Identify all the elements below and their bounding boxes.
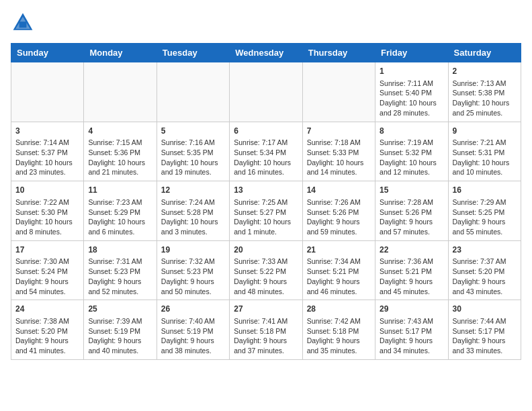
day-info: Sunrise: 7:39 AMSunset: 5:19 PMDaylight:…: [88, 316, 152, 356]
day-number: 16: [453, 185, 517, 196]
calendar-cell: 24Sunrise: 7:38 AMSunset: 5:20 PMDayligh…: [11, 300, 84, 360]
day-info: Sunrise: 7:30 AMSunset: 5:24 PMDaylight:…: [15, 257, 79, 296]
weekday-header-sunday: Sunday: [11, 44, 84, 62]
day-number: 4: [88, 126, 152, 137]
calendar-week-1: 1Sunrise: 7:11 AMSunset: 5:40 PMDaylight…: [11, 62, 521, 122]
weekday-header-thursday: Thursday: [302, 44, 375, 62]
day-number: 5: [161, 126, 225, 137]
calendar-cell: 11Sunrise: 7:23 AMSunset: 5:29 PMDayligh…: [84, 181, 157, 241]
day-info: Sunrise: 7:23 AMSunset: 5:29 PMDaylight:…: [88, 197, 152, 237]
calendar-cell: [302, 62, 375, 122]
day-number: 10: [15, 185, 79, 196]
day-number: 22: [380, 244, 443, 256]
calendar-cell: 2Sunrise: 7:13 AMSunset: 5:38 PMDaylight…: [448, 62, 521, 122]
day-info: Sunrise: 7:38 AMSunset: 5:20 PMDaylight:…: [15, 316, 79, 356]
calendar-cell: 12Sunrise: 7:24 AMSunset: 5:28 PMDayligh…: [157, 181, 229, 241]
calendar-cell: 26Sunrise: 7:40 AMSunset: 5:19 PMDayligh…: [157, 300, 229, 360]
day-number: 6: [234, 126, 298, 137]
day-info: Sunrise: 7:22 AMSunset: 5:30 PMDaylight:…: [15, 197, 79, 237]
day-number: 21: [307, 244, 371, 256]
day-info: Sunrise: 7:33 AMSunset: 5:22 PMDaylight:…: [234, 257, 298, 296]
day-info: Sunrise: 7:40 AMSunset: 5:19 PMDaylight:…: [161, 316, 225, 356]
calendar-table: SundayMondayTuesdayWednesdayThursdayFrid…: [11, 43, 521, 360]
logo-icon: [11, 11, 35, 35]
day-info: Sunrise: 7:18 AMSunset: 5:33 PMDaylight:…: [307, 138, 371, 177]
day-number: 20: [234, 244, 298, 256]
day-info: Sunrise: 7:16 AMSunset: 5:35 PMDaylight:…: [161, 138, 225, 177]
day-info: Sunrise: 7:15 AMSunset: 5:36 PMDaylight:…: [88, 138, 152, 177]
calendar-cell: 22Sunrise: 7:36 AMSunset: 5:21 PMDayligh…: [375, 240, 448, 300]
calendar-cell: 30Sunrise: 7:44 AMSunset: 5:17 PMDayligh…: [448, 300, 521, 360]
day-number: 13: [234, 185, 298, 196]
calendar-cell: [157, 62, 229, 122]
calendar-cell: 3Sunrise: 7:14 AMSunset: 5:37 PMDaylight…: [11, 122, 84, 181]
calendar-cell: 21Sunrise: 7:34 AMSunset: 5:21 PMDayligh…: [302, 240, 375, 300]
calendar-cell: 15Sunrise: 7:28 AMSunset: 5:26 PMDayligh…: [375, 181, 448, 241]
day-info: Sunrise: 7:37 AMSunset: 5:20 PMDaylight:…: [453, 257, 517, 296]
calendar-cell: 20Sunrise: 7:33 AMSunset: 5:22 PMDayligh…: [230, 240, 302, 300]
weekday-header-wednesday: Wednesday: [230, 44, 302, 62]
day-info: Sunrise: 7:36 AMSunset: 5:21 PMDaylight:…: [380, 257, 443, 296]
calendar-cell: 17Sunrise: 7:30 AMSunset: 5:24 PMDayligh…: [11, 240, 84, 300]
weekday-header-saturday: Saturday: [448, 44, 521, 62]
calendar-week-5: 24Sunrise: 7:38 AMSunset: 5:20 PMDayligh…: [11, 300, 521, 360]
day-number: 25: [88, 304, 152, 315]
day-info: Sunrise: 7:34 AMSunset: 5:21 PMDaylight:…: [307, 257, 371, 296]
day-number: 17: [15, 244, 79, 256]
day-info: Sunrise: 7:24 AMSunset: 5:28 PMDaylight:…: [161, 197, 225, 237]
calendar-cell: 4Sunrise: 7:15 AMSunset: 5:36 PMDaylight…: [84, 122, 157, 181]
calendar-cell: 19Sunrise: 7:32 AMSunset: 5:23 PMDayligh…: [157, 240, 229, 300]
calendar-week-2: 3Sunrise: 7:14 AMSunset: 5:37 PMDaylight…: [11, 122, 521, 181]
day-info: Sunrise: 7:11 AMSunset: 5:40 PMDaylight:…: [380, 79, 443, 118]
weekday-header-monday: Monday: [84, 44, 157, 62]
day-number: 29: [380, 304, 443, 315]
logo: [11, 11, 38, 35]
day-number: 7: [307, 126, 371, 137]
day-number: 3: [15, 126, 79, 137]
day-number: 12: [161, 185, 225, 196]
day-info: Sunrise: 7:44 AMSunset: 5:17 PMDaylight:…: [453, 316, 517, 356]
day-number: 23: [453, 244, 517, 256]
calendar-header-row: SundayMondayTuesdayWednesdayThursdayFrid…: [11, 44, 521, 62]
calendar-cell: 13Sunrise: 7:25 AMSunset: 5:27 PMDayligh…: [230, 181, 302, 241]
calendar-cell: 27Sunrise: 7:41 AMSunset: 5:18 PMDayligh…: [230, 300, 302, 360]
day-info: Sunrise: 7:42 AMSunset: 5:18 PMDaylight:…: [307, 316, 371, 356]
day-number: 26: [161, 304, 225, 315]
calendar-cell: 8Sunrise: 7:19 AMSunset: 5:32 PMDaylight…: [375, 122, 448, 181]
calendar-cell: [230, 62, 302, 122]
calendar-cell: 9Sunrise: 7:21 AMSunset: 5:31 PMDaylight…: [448, 122, 521, 181]
day-info: Sunrise: 7:26 AMSunset: 5:26 PMDaylight:…: [307, 197, 371, 237]
calendar-cell: 23Sunrise: 7:37 AMSunset: 5:20 PMDayligh…: [448, 240, 521, 300]
day-info: Sunrise: 7:29 AMSunset: 5:25 PMDaylight:…: [453, 197, 517, 237]
day-info: Sunrise: 7:31 AMSunset: 5:23 PMDaylight:…: [88, 257, 152, 296]
calendar-week-4: 17Sunrise: 7:30 AMSunset: 5:24 PMDayligh…: [11, 240, 521, 300]
calendar-cell: 7Sunrise: 7:18 AMSunset: 5:33 PMDaylight…: [302, 122, 375, 181]
day-number: 11: [88, 185, 152, 196]
day-number: 24: [15, 304, 79, 315]
calendar-cell: 6Sunrise: 7:17 AMSunset: 5:34 PMDaylight…: [230, 122, 302, 181]
day-info: Sunrise: 7:28 AMSunset: 5:26 PMDaylight:…: [380, 197, 443, 237]
day-info: Sunrise: 7:25 AMSunset: 5:27 PMDaylight:…: [234, 197, 298, 237]
day-number: 28: [307, 304, 371, 315]
day-info: Sunrise: 7:19 AMSunset: 5:32 PMDaylight:…: [380, 138, 443, 177]
day-number: 2: [453, 66, 517, 77]
day-number: 30: [453, 304, 517, 315]
day-info: Sunrise: 7:32 AMSunset: 5:23 PMDaylight:…: [161, 257, 225, 296]
day-info: Sunrise: 7:14 AMSunset: 5:37 PMDaylight:…: [15, 138, 79, 177]
day-info: Sunrise: 7:21 AMSunset: 5:31 PMDaylight:…: [453, 138, 517, 177]
day-number: 8: [380, 126, 443, 137]
day-number: 27: [234, 304, 298, 315]
calendar-cell: 14Sunrise: 7:26 AMSunset: 5:26 PMDayligh…: [302, 181, 375, 241]
calendar-cell: 29Sunrise: 7:43 AMSunset: 5:17 PMDayligh…: [375, 300, 448, 360]
day-number: 19: [161, 244, 225, 256]
day-info: Sunrise: 7:43 AMSunset: 5:17 PMDaylight:…: [380, 316, 443, 356]
calendar-cell: 18Sunrise: 7:31 AMSunset: 5:23 PMDayligh…: [84, 240, 157, 300]
day-info: Sunrise: 7:13 AMSunset: 5:38 PMDaylight:…: [453, 79, 517, 118]
day-number: 9: [453, 126, 517, 137]
day-info: Sunrise: 7:17 AMSunset: 5:34 PMDaylight:…: [234, 138, 298, 177]
calendar-cell: 1Sunrise: 7:11 AMSunset: 5:40 PMDaylight…: [375, 62, 448, 122]
weekday-header-friday: Friday: [375, 44, 448, 62]
day-number: 14: [307, 185, 371, 196]
calendar-cell: [84, 62, 157, 122]
page-header: [11, 11, 521, 35]
